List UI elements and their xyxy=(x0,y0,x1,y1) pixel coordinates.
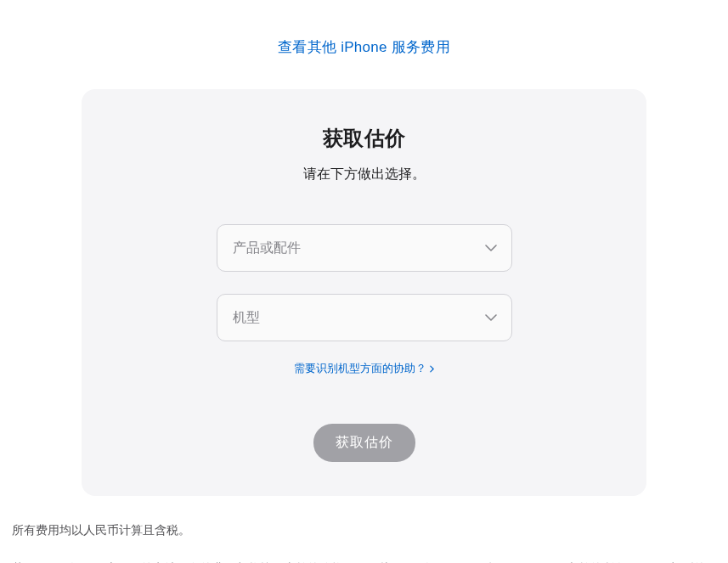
chevron-right-icon xyxy=(430,365,434,373)
identify-model-help-link[interactable]: 需要识别机型方面的协助？ xyxy=(294,361,434,376)
help-link-row: 需要识别机型方面的协助？ xyxy=(116,360,612,376)
top-link-row: 查看其他 iPhone 服务费用 xyxy=(10,0,718,89)
help-link-text: 需要识别机型方面的协助？ xyxy=(294,361,426,376)
get-estimate-button[interactable]: 获取估价 xyxy=(313,424,415,462)
other-services-link[interactable]: 查看其他 iPhone 服务费用 xyxy=(278,39,450,55)
card-subtitle: 请在下方做出选择。 xyxy=(116,166,612,183)
model-select-wrap: 机型 xyxy=(217,294,512,341)
footnote-currency: 所有费用均以人民币计算且含税。 xyxy=(10,520,718,541)
product-select-placeholder: 产品或配件 xyxy=(233,239,301,257)
model-select-placeholder: 机型 xyxy=(233,309,260,327)
product-select[interactable]: 产品或配件 xyxy=(217,224,512,272)
model-select[interactable]: 机型 xyxy=(217,294,512,341)
card-title: 获取估价 xyxy=(116,125,612,152)
estimate-card: 获取估价 请在下方做出选择。 产品或配件 机型 需要识别机型方面的协助？ xyxy=(82,89,646,496)
footnote-pricing-change: 截至 2023 年 2 月底，保外电池服务的费用都将按照当前的价格收取。从 20… xyxy=(10,558,718,563)
product-select-wrap: 产品或配件 xyxy=(217,224,512,272)
